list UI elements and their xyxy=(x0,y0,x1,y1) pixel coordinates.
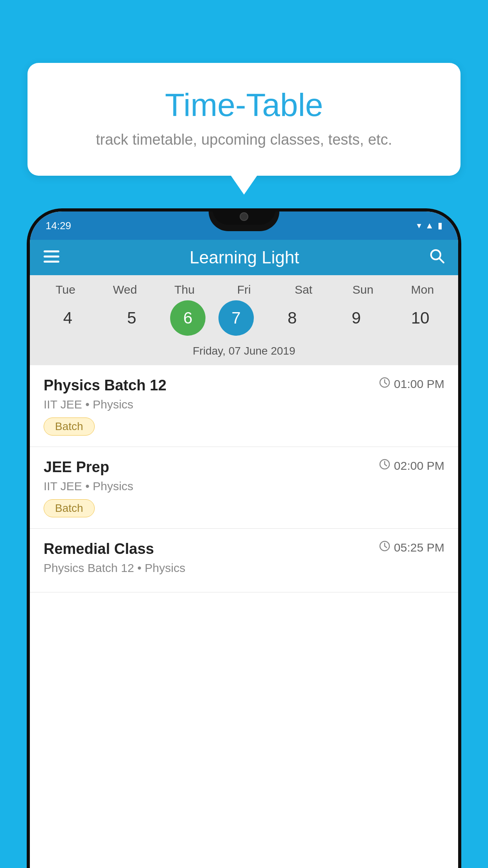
schedule-item-3[interactable]: Remedial Class 05:25 PM Physics Batch 12… xyxy=(30,529,458,592)
day-numbers: 4 5 6 7 8 9 10 xyxy=(30,300,458,336)
svg-line-13 xyxy=(385,546,387,548)
batch-badge-1: Batch xyxy=(44,417,95,436)
day-num-8[interactable]: 8 xyxy=(267,300,318,336)
app-title: Learning Light xyxy=(190,248,299,267)
status-icons: ▾ ▲ ▮ xyxy=(417,221,442,231)
schedule-item-1-header: Physics Batch 12 01:00 PM xyxy=(44,377,444,394)
speech-bubble: Time-Table track timetable, upcoming cla… xyxy=(28,63,460,176)
schedule-item-1-title: Physics Batch 12 xyxy=(44,377,167,394)
day-mon: Mon xyxy=(397,283,448,296)
svg-rect-0 xyxy=(44,250,59,252)
day-num-10[interactable]: 10 xyxy=(394,300,446,336)
clock-icon-1 xyxy=(379,377,390,391)
day-tue: Tue xyxy=(40,283,91,296)
hamburger-icon[interactable] xyxy=(44,249,59,267)
svg-rect-1 xyxy=(44,256,59,257)
svg-line-10 xyxy=(385,464,387,466)
day-wed: Wed xyxy=(99,283,150,296)
phone-screen: 14:29 ▾ ▲ ▮ Learning Light xyxy=(30,211,458,868)
day-num-7-selected[interactable]: 7 xyxy=(218,300,254,336)
schedule-item-3-subtitle: Physics Batch 12 • Physics xyxy=(44,561,444,575)
schedule-item-3-header: Remedial Class 05:25 PM xyxy=(44,541,444,557)
schedule-item-2-time: 02:00 PM xyxy=(379,459,444,473)
schedule-item-2-subtitle: IIT JEE • Physics xyxy=(44,480,444,493)
day-num-5[interactable]: 5 xyxy=(106,300,157,336)
day-num-9[interactable]: 9 xyxy=(331,300,382,336)
calendar-date-label: Friday, 07 June 2019 xyxy=(30,342,458,365)
svg-line-4 xyxy=(439,258,444,263)
page-subtitle: track timetable, upcoming classes, tests… xyxy=(47,131,441,148)
schedule-item-3-time: 05:25 PM xyxy=(379,541,444,554)
page-title: Time-Table xyxy=(47,86,441,123)
schedule-item-1-time: 01:00 PM xyxy=(379,377,444,391)
schedule-item-2-header: JEE Prep 02:00 PM xyxy=(44,459,444,476)
search-icon[interactable] xyxy=(429,248,444,267)
status-time: 14:29 xyxy=(46,220,71,232)
battery-icon: ▮ xyxy=(438,221,442,231)
day-fri: Fri xyxy=(218,283,270,296)
phone-frame: 14:29 ▾ ▲ ▮ Learning Light xyxy=(27,208,461,868)
day-sat: Sat xyxy=(278,283,329,296)
wifi-icon: ▾ xyxy=(417,221,421,231)
svg-line-7 xyxy=(385,383,387,384)
schedule-list: Physics Batch 12 01:00 PM IIT JEE • Phys… xyxy=(30,365,458,592)
batch-badge-2: Batch xyxy=(44,499,95,517)
schedule-item-3-title: Remedial Class xyxy=(44,541,154,557)
schedule-item-1-subtitle: IIT JEE • Physics xyxy=(44,398,444,411)
clock-icon-3 xyxy=(379,541,390,554)
phone-camera xyxy=(213,208,275,225)
svg-rect-2 xyxy=(44,261,59,263)
camera-lens xyxy=(240,212,248,221)
day-headers: Tue Wed Thu Fri Sat Sun Mon xyxy=(30,283,458,296)
schedule-item-2[interactable]: JEE Prep 02:00 PM IIT JEE • Physics Batc… xyxy=(30,447,458,529)
app-bar: Learning Light xyxy=(30,240,458,275)
calendar-strip: Tue Wed Thu Fri Sat Sun Mon 4 5 6 7 8 9 … xyxy=(30,275,458,365)
schedule-item-1[interactable]: Physics Batch 12 01:00 PM IIT JEE • Phys… xyxy=(30,365,458,447)
day-num-6-today[interactable]: 6 xyxy=(170,300,205,336)
day-thu: Thu xyxy=(159,283,210,296)
day-num-4[interactable]: 4 xyxy=(42,300,93,336)
day-sun: Sun xyxy=(338,283,389,296)
signal-icon: ▲ xyxy=(425,221,434,231)
clock-icon-2 xyxy=(379,459,390,473)
schedule-item-2-title: JEE Prep xyxy=(44,459,109,476)
